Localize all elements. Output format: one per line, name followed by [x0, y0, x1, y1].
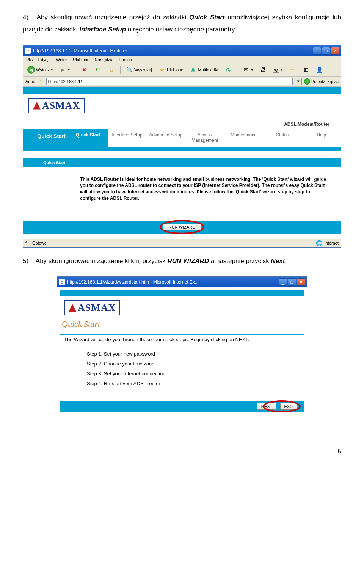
wizard-steps: Step 1. Set your new password Step 2. Ch…	[60, 348, 304, 390]
window-title: http://192.168.1.1/ - Microsoft Internet…	[33, 48, 313, 53]
close-button[interactable]: ×	[297, 278, 305, 286]
minimize-button[interactable]: _	[279, 278, 287, 286]
menu-favorites[interactable]: Ulubione	[73, 57, 89, 62]
maximize-button[interactable]: □	[322, 47, 330, 55]
page-number: 5	[0, 438, 364, 463]
favorites-button[interactable]: ★Ulubione	[156, 65, 185, 75]
stop-button[interactable]: ✖	[78, 65, 90, 75]
step-4: Step 4. Re-start your ADSL router	[87, 379, 304, 389]
tab-advanced-setup[interactable]: Advanced Setup	[146, 129, 185, 147]
globe-icon: 🌐	[315, 239, 323, 247]
ie-icon: e	[59, 279, 65, 285]
step-3: Step 3. Set your Internet connection	[87, 369, 304, 379]
menu-help[interactable]: Pomoc	[119, 57, 132, 62]
tab-help[interactable]: Help	[302, 129, 341, 147]
wizard-window: e http://192.168.1.1/wizard/wizardstart.…	[57, 276, 307, 438]
tab-status[interactable]: Status	[263, 129, 302, 147]
zone-text: Internet	[325, 241, 339, 245]
tab-maintenance[interactable]: Maintenance	[224, 129, 263, 147]
side-title: Quick Start	[23, 129, 69, 147]
wizard-bar: RUN WIZARD	[23, 221, 341, 234]
discuss-icon[interactable]: ▦	[300, 65, 312, 75]
modem-label: ADSL Modem/Router	[28, 113, 336, 129]
ie-window: e http://192.168.1.1/ - Microsoft Intern…	[23, 45, 341, 248]
wizard-titlebar: e http://192.168.1.1/wizard/wizardstart.…	[57, 277, 307, 287]
instruction-5: 5) Aby skonfigurować urządzenie kliknij …	[23, 255, 341, 267]
page-icon: e	[39, 79, 44, 84]
messenger-icon[interactable]: 👤	[314, 65, 325, 75]
status-text: Gotowe	[32, 241, 47, 245]
address-dropdown[interactable]: ▾	[295, 78, 302, 85]
home-button[interactable]: ⌂	[106, 65, 117, 75]
go-button[interactable]: →Przejdź	[304, 78, 325, 85]
history-button[interactable]: ◷	[223, 65, 234, 75]
forward-button[interactable]: ►▾	[57, 65, 72, 75]
instruction-4: 4) Aby skonfigurować urządzenie przejdź …	[23, 11, 341, 36]
page-icon: e	[25, 240, 31, 246]
titlebar: e http://192.168.1.1/ - Microsoft Intern…	[23, 45, 341, 56]
page-content: ASMAX ADSL Modem/Router Quick Start Quic…	[23, 87, 341, 239]
close-button[interactable]: ×	[331, 47, 339, 55]
highlight-circle	[160, 220, 204, 234]
media-button[interactable]: ◉Multimedia	[187, 65, 220, 75]
statusbar: eGotowe 🌐Internet	[23, 239, 341, 247]
wizard-lead: The Wizard will guide you through these …	[60, 335, 304, 348]
maximize-button[interactable]: □	[288, 278, 296, 286]
asmax-logo: ASMAX	[28, 98, 85, 113]
links-label[interactable]: Łącza	[328, 79, 339, 84]
asmax-logo: ASMAX	[64, 300, 120, 315]
step-2: Step 2. Choose your time zone	[87, 359, 304, 369]
print-button[interactable]: 🖶	[257, 65, 269, 75]
tab-interface-setup[interactable]: Interface Setup	[108, 129, 147, 147]
highlight-circle	[263, 400, 301, 412]
step-1: Step 1. Set your new password	[87, 349, 304, 359]
back-button[interactable]: ◄Wstecz▾	[25, 65, 55, 75]
tab-access-mgmt[interactable]: Access Management	[185, 129, 224, 147]
mail-button[interactable]: ✉▾	[240, 65, 255, 75]
wizard-heading: Quick Start	[62, 319, 304, 329]
ie-icon: e	[25, 48, 31, 54]
refresh-button[interactable]: ↻	[92, 65, 104, 75]
minimize-button[interactable]: _	[313, 47, 321, 55]
address-input[interactable]	[46, 78, 293, 85]
address-bar: Adres e ▾ →Przejdź Łącza	[23, 77, 341, 87]
toolbar: ◄Wstecz▾ ►▾ ✖ ↻ ⌂ 🔍Wyszukaj ★Ulubione ◉M…	[23, 63, 341, 77]
tab-quick-start[interactable]: Quick Start	[69, 129, 108, 147]
router-description: This ADSL Router is ideal for home netwo…	[23, 167, 341, 221]
wizard-button-row: NEXT EXIT	[60, 401, 304, 412]
edit-button[interactable]: w▾	[271, 66, 284, 74]
menubar: Plik Edycja Widok Ulubione Narzędzia Pom…	[23, 56, 341, 63]
sub-header: Quick Start	[23, 158, 69, 167]
search-button[interactable]: 🔍Wyszukaj	[124, 65, 154, 75]
wizard-title: http://192.168.1.1/wizard/wizardstart.ht…	[67, 279, 279, 285]
menu-view[interactable]: Widok	[56, 57, 68, 62]
menu-edit[interactable]: Edycja	[38, 57, 51, 62]
address-label: Adres	[25, 79, 36, 84]
menu-tools[interactable]: Narzędzia	[95, 57, 114, 62]
menu-file[interactable]: Plik	[26, 57, 33, 62]
notes-icon[interactable]: ▭	[287, 65, 298, 75]
